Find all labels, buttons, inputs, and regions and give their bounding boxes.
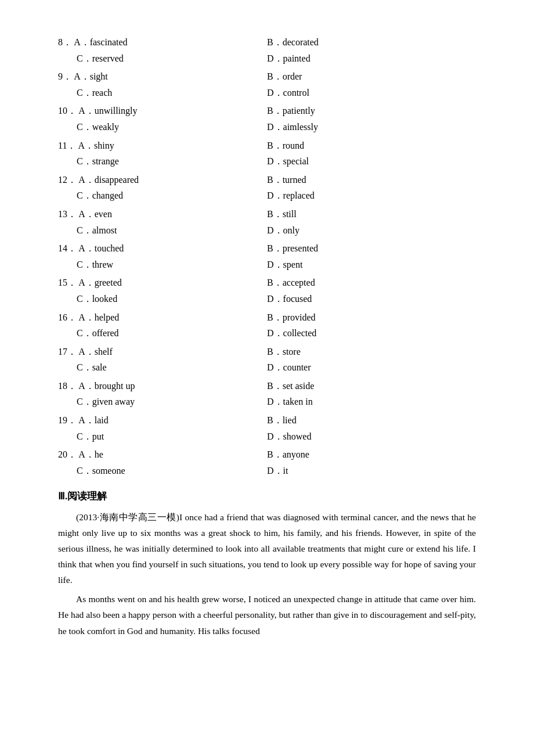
q-option-D-14: D．spent [267, 257, 476, 272]
q-option-B-17: B．store [267, 344, 476, 359]
q-option-C-13: C．almost [58, 223, 267, 238]
reading-passage: (2013·海南中学高三一模)I once had a friend that … [58, 509, 476, 639]
q-option-D-9: D．control [267, 85, 476, 100]
q-option-D-18: D．taken in [267, 394, 476, 409]
q-option-B-9: B．order [267, 69, 476, 84]
question-block-19: 19． A．laidB．liedC．putD．showed [58, 413, 476, 444]
question-block-18: 18． A．brought upB．set asideC．given awayD… [58, 379, 476, 409]
question-block-9: 9． A．sightB．orderC．reachD．control [58, 69, 476, 100]
question-block-16: 16． A．helpedB．providedC．offeredD．collect… [58, 310, 476, 341]
q-option-C-16: C．offered [58, 326, 267, 341]
q-option-B-19: B．lied [267, 413, 476, 428]
question-block-11: 11． A．shinyB．roundC．strangeD．special [58, 138, 476, 169]
section-3-title: Ⅲ.阅读理解 [58, 488, 476, 504]
q-option-B-18: B．set aside [267, 379, 476, 394]
q-option-D-16: D．collected [267, 326, 476, 341]
q-option-B-8: B．decorated [267, 35, 476, 50]
q-option-D-10: D．aimlessly [267, 120, 476, 135]
q-option-B-20: B．anyone [267, 447, 476, 462]
q-option-C-18: C．given away [58, 394, 267, 409]
q-option-C-9: C．reach [58, 85, 267, 100]
passage-paragraph-1: (2013·海南中学高三一模)I once had a friend that … [58, 509, 476, 588]
q-option-C-10: C．weakly [58, 120, 267, 135]
question-block-17: 17． A．shelfB．storeC．saleD．counter [58, 344, 476, 375]
q-option-D-13: D．only [267, 223, 476, 238]
question-block-15: 15． A．greetedB．acceptedC．lookedD．focused [58, 275, 476, 306]
q-option-B-10: B．patiently [267, 103, 476, 118]
q-option-D-19: D．showed [267, 429, 476, 444]
q-option-C-11: C．strange [58, 154, 267, 169]
q-number-20: 20． A．he [58, 447, 267, 462]
q-option-B-16: B．provided [267, 310, 476, 325]
q-option-B-13: B．still [267, 207, 476, 222]
q-number-15: 15． A．greeted [58, 275, 267, 290]
questions-container: 8． A．fascinatedB．decoratedC．reservedD．pa… [58, 35, 476, 478]
passage-paragraph-2: As months went on and his health grew wo… [58, 591, 476, 638]
q-option-B-12: B．turned [267, 172, 476, 188]
question-block-10: 10． A．unwillinglyB．patientlyC．weaklyD．ai… [58, 103, 476, 134]
q-option-B-11: B．round [267, 138, 476, 153]
q-number-10: 10． A．unwillingly [58, 103, 267, 118]
q-option-C-8: C．reserved [58, 51, 267, 66]
q-number-18: 18． A．brought up [58, 379, 267, 394]
q-option-C-17: C．sale [58, 360, 267, 375]
q-number-13: 13． A．even [58, 207, 267, 222]
q-option-B-15: B．accepted [267, 275, 476, 290]
q-number-11: 11． A．shiny [58, 138, 267, 153]
question-block-8: 8． A．fascinatedB．decoratedC．reservedD．pa… [58, 35, 476, 66]
q-option-C-15: C．looked [58, 291, 267, 307]
q-option-D-11: D．special [267, 154, 476, 169]
question-block-12: 12． A．disappearedB．turnedC．changedD．repl… [58, 172, 476, 203]
q-option-C-14: C．threw [58, 257, 267, 272]
q-option-C-12: C．changed [58, 188, 267, 203]
q-option-D-17: D．counter [267, 360, 476, 375]
q-number-8: 8． A．fascinated [58, 35, 267, 50]
q-option-C-20: C．someone [58, 463, 267, 478]
q-option-D-12: D．replaced [267, 188, 476, 203]
q-option-D-15: D．focused [267, 291, 476, 307]
q-option-D-8: D．painted [267, 51, 476, 66]
q-option-C-19: C．put [58, 429, 267, 444]
q-number-17: 17． A．shelf [58, 344, 267, 359]
q-number-14: 14． A．touched [58, 241, 267, 256]
question-block-13: 13． A．evenB．stillC．almostD．only [58, 207, 476, 237]
q-number-16: 16． A．helped [58, 310, 267, 325]
question-block-14: 14． A．touchedB．presentedC．threwD．spent [58, 241, 476, 272]
q-option-B-14: B．presented [267, 241, 476, 256]
q-number-9: 9． A．sight [58, 69, 267, 84]
q-option-D-20: D．it [267, 463, 476, 478]
q-number-12: 12． A．disappeared [58, 172, 267, 188]
q-number-19: 19． A．laid [58, 413, 267, 428]
question-block-20: 20． A．heB．anyoneC．someoneD．it [58, 447, 476, 478]
